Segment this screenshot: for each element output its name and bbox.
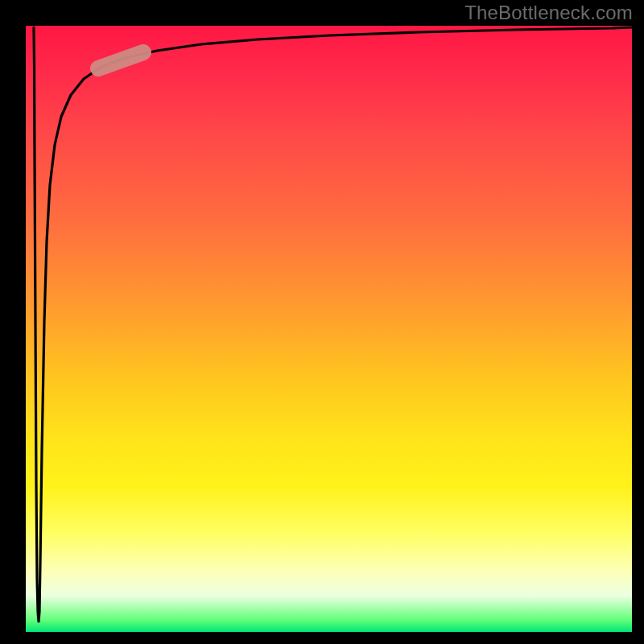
plot-background-gradient bbox=[26, 26, 632, 632]
chart-container: TheBottleneck.com bbox=[0, 0, 644, 644]
watermark-text: TheBottleneck.com bbox=[464, 2, 633, 24]
